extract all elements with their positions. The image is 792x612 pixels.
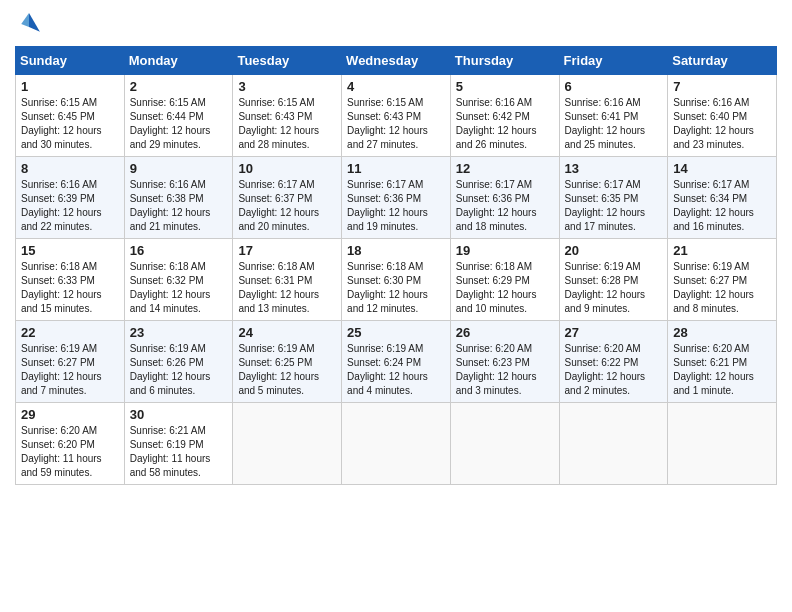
calendar-cell: 18Sunrise: 6:18 AMSunset: 6:30 PMDayligh…: [342, 239, 451, 321]
day-info: Sunrise: 6:19 AMSunset: 6:26 PMDaylight:…: [130, 342, 228, 398]
calendar-cell: 6Sunrise: 6:16 AMSunset: 6:41 PMDaylight…: [559, 75, 668, 157]
day-number: 12: [456, 161, 554, 176]
calendar-cell: 12Sunrise: 6:17 AMSunset: 6:36 PMDayligh…: [450, 157, 559, 239]
day-number: 4: [347, 79, 445, 94]
day-info: Sunrise: 6:16 AMSunset: 6:41 PMDaylight:…: [565, 96, 663, 152]
day-number: 26: [456, 325, 554, 340]
day-number: 14: [673, 161, 771, 176]
calendar-cell: 19Sunrise: 6:18 AMSunset: 6:29 PMDayligh…: [450, 239, 559, 321]
week-row-3: 15Sunrise: 6:18 AMSunset: 6:33 PMDayligh…: [16, 239, 777, 321]
day-number: 23: [130, 325, 228, 340]
week-row-1: 1Sunrise: 6:15 AMSunset: 6:45 PMDaylight…: [16, 75, 777, 157]
day-number: 1: [21, 79, 119, 94]
day-info: Sunrise: 6:15 AMSunset: 6:45 PMDaylight:…: [21, 96, 119, 152]
day-info: Sunrise: 6:17 AMSunset: 6:36 PMDaylight:…: [347, 178, 445, 234]
day-number: 11: [347, 161, 445, 176]
day-number: 24: [238, 325, 336, 340]
calendar-cell: 27Sunrise: 6:20 AMSunset: 6:22 PMDayligh…: [559, 321, 668, 403]
page: SundayMondayTuesdayWednesdayThursdayFrid…: [0, 0, 792, 612]
day-info: Sunrise: 6:16 AMSunset: 6:38 PMDaylight:…: [130, 178, 228, 234]
calendar-cell: [559, 403, 668, 485]
calendar-cell: 23Sunrise: 6:19 AMSunset: 6:26 PMDayligh…: [124, 321, 233, 403]
calendar-cell: 8Sunrise: 6:16 AMSunset: 6:39 PMDaylight…: [16, 157, 125, 239]
calendar-cell: 2Sunrise: 6:15 AMSunset: 6:44 PMDaylight…: [124, 75, 233, 157]
calendar-cell: 16Sunrise: 6:18 AMSunset: 6:32 PMDayligh…: [124, 239, 233, 321]
day-number: 28: [673, 325, 771, 340]
calendar-cell: 4Sunrise: 6:15 AMSunset: 6:43 PMDaylight…: [342, 75, 451, 157]
calendar-cell: 9Sunrise: 6:16 AMSunset: 6:38 PMDaylight…: [124, 157, 233, 239]
day-number: 9: [130, 161, 228, 176]
day-number: 18: [347, 243, 445, 258]
day-info: Sunrise: 6:17 AMSunset: 6:36 PMDaylight:…: [456, 178, 554, 234]
day-info: Sunrise: 6:19 AMSunset: 6:27 PMDaylight:…: [673, 260, 771, 316]
day-number: 2: [130, 79, 228, 94]
day-info: Sunrise: 6:21 AMSunset: 6:19 PMDaylight:…: [130, 424, 228, 480]
calendar-cell: 22Sunrise: 6:19 AMSunset: 6:27 PMDayligh…: [16, 321, 125, 403]
day-info: Sunrise: 6:17 AMSunset: 6:35 PMDaylight:…: [565, 178, 663, 234]
day-number: 21: [673, 243, 771, 258]
col-header-thursday: Thursday: [450, 47, 559, 75]
day-info: Sunrise: 6:16 AMSunset: 6:40 PMDaylight:…: [673, 96, 771, 152]
col-header-tuesday: Tuesday: [233, 47, 342, 75]
day-number: 17: [238, 243, 336, 258]
day-number: 10: [238, 161, 336, 176]
calendar-cell: [450, 403, 559, 485]
day-info: Sunrise: 6:15 AMSunset: 6:43 PMDaylight:…: [347, 96, 445, 152]
col-header-saturday: Saturday: [668, 47, 777, 75]
day-number: 3: [238, 79, 336, 94]
svg-marker-1: [29, 13, 40, 32]
calendar-cell: 20Sunrise: 6:19 AMSunset: 6:28 PMDayligh…: [559, 239, 668, 321]
calendar-cell: 11Sunrise: 6:17 AMSunset: 6:36 PMDayligh…: [342, 157, 451, 239]
calendar-cell: 29Sunrise: 6:20 AMSunset: 6:20 PMDayligh…: [16, 403, 125, 485]
day-info: Sunrise: 6:19 AMSunset: 6:28 PMDaylight:…: [565, 260, 663, 316]
calendar-cell: 10Sunrise: 6:17 AMSunset: 6:37 PMDayligh…: [233, 157, 342, 239]
calendar-cell: 1Sunrise: 6:15 AMSunset: 6:45 PMDaylight…: [16, 75, 125, 157]
calendar-cell: 21Sunrise: 6:19 AMSunset: 6:27 PMDayligh…: [668, 239, 777, 321]
day-info: Sunrise: 6:17 AMSunset: 6:37 PMDaylight:…: [238, 178, 336, 234]
calendar-header-row: SundayMondayTuesdayWednesdayThursdayFrid…: [16, 47, 777, 75]
col-header-wednesday: Wednesday: [342, 47, 451, 75]
day-info: Sunrise: 6:18 AMSunset: 6:31 PMDaylight:…: [238, 260, 336, 316]
calendar-cell: 26Sunrise: 6:20 AMSunset: 6:23 PMDayligh…: [450, 321, 559, 403]
day-info: Sunrise: 6:19 AMSunset: 6:25 PMDaylight:…: [238, 342, 336, 398]
calendar-cell: 28Sunrise: 6:20 AMSunset: 6:21 PMDayligh…: [668, 321, 777, 403]
day-info: Sunrise: 6:18 AMSunset: 6:33 PMDaylight:…: [21, 260, 119, 316]
col-header-sunday: Sunday: [16, 47, 125, 75]
day-number: 15: [21, 243, 119, 258]
calendar-cell: 25Sunrise: 6:19 AMSunset: 6:24 PMDayligh…: [342, 321, 451, 403]
week-row-2: 8Sunrise: 6:16 AMSunset: 6:39 PMDaylight…: [16, 157, 777, 239]
day-info: Sunrise: 6:15 AMSunset: 6:43 PMDaylight:…: [238, 96, 336, 152]
day-number: 19: [456, 243, 554, 258]
day-info: Sunrise: 6:18 AMSunset: 6:32 PMDaylight:…: [130, 260, 228, 316]
calendar-cell: 15Sunrise: 6:18 AMSunset: 6:33 PMDayligh…: [16, 239, 125, 321]
day-number: 30: [130, 407, 228, 422]
day-number: 8: [21, 161, 119, 176]
day-info: Sunrise: 6:15 AMSunset: 6:44 PMDaylight:…: [130, 96, 228, 152]
day-number: 16: [130, 243, 228, 258]
calendar-cell: 14Sunrise: 6:17 AMSunset: 6:34 PMDayligh…: [668, 157, 777, 239]
week-row-5: 29Sunrise: 6:20 AMSunset: 6:20 PMDayligh…: [16, 403, 777, 485]
calendar-cell: 5Sunrise: 6:16 AMSunset: 6:42 PMDaylight…: [450, 75, 559, 157]
day-number: 7: [673, 79, 771, 94]
calendar-cell: [342, 403, 451, 485]
day-number: 29: [21, 407, 119, 422]
calendar-table: SundayMondayTuesdayWednesdayThursdayFrid…: [15, 46, 777, 485]
day-info: Sunrise: 6:16 AMSunset: 6:39 PMDaylight:…: [21, 178, 119, 234]
day-number: 6: [565, 79, 663, 94]
day-number: 25: [347, 325, 445, 340]
day-info: Sunrise: 6:20 AMSunset: 6:22 PMDaylight:…: [565, 342, 663, 398]
day-info: Sunrise: 6:18 AMSunset: 6:29 PMDaylight:…: [456, 260, 554, 316]
day-info: Sunrise: 6:20 AMSunset: 6:20 PMDaylight:…: [21, 424, 119, 480]
header: [15, 10, 777, 38]
day-info: Sunrise: 6:18 AMSunset: 6:30 PMDaylight:…: [347, 260, 445, 316]
calendar-cell: 17Sunrise: 6:18 AMSunset: 6:31 PMDayligh…: [233, 239, 342, 321]
day-number: 20: [565, 243, 663, 258]
calendar-cell: [233, 403, 342, 485]
week-row-4: 22Sunrise: 6:19 AMSunset: 6:27 PMDayligh…: [16, 321, 777, 403]
day-number: 27: [565, 325, 663, 340]
calendar-cell: [668, 403, 777, 485]
day-number: 22: [21, 325, 119, 340]
day-info: Sunrise: 6:20 AMSunset: 6:23 PMDaylight:…: [456, 342, 554, 398]
svg-marker-2: [21, 13, 29, 27]
calendar-cell: 24Sunrise: 6:19 AMSunset: 6:25 PMDayligh…: [233, 321, 342, 403]
